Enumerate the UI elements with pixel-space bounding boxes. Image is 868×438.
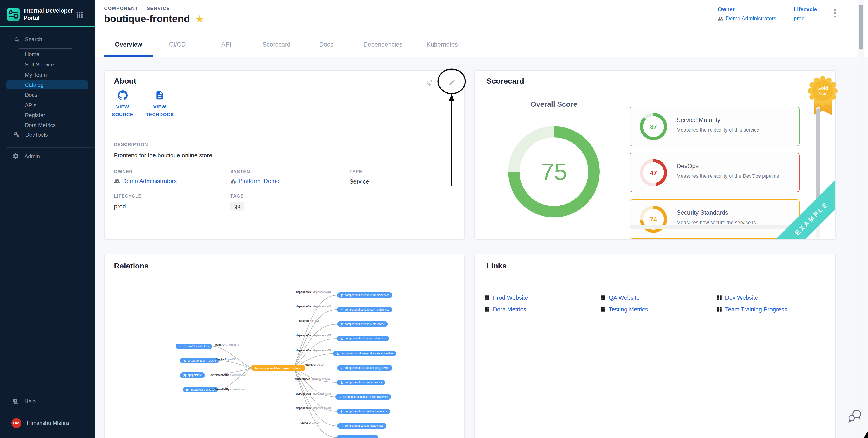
refresh-icon[interactable]	[425, 78, 434, 86]
gear-icon	[12, 153, 19, 160]
component-icon	[340, 366, 343, 370]
avatar: HM	[11, 418, 21, 428]
sidebar-divider	[6, 147, 95, 148]
edit-pencil-icon[interactable]	[448, 78, 456, 86]
graph-node[interactable]: component:boutique-productcatalogservice	[333, 351, 396, 356]
edge-label: hasPart / partOf	[299, 319, 319, 322]
edge-label: dependsOn / dependencyOf	[296, 291, 331, 293]
sidebar-item-apis[interactable]: APIs	[25, 101, 36, 109]
component-icon	[339, 395, 342, 399]
graph-node-owner[interactable]: Demo Administrators	[176, 343, 212, 349]
overall-score-donut: 75	[508, 126, 600, 217]
help-chat-icon: ?	[13, 398, 19, 405]
component-icon	[340, 410, 343, 413]
sidebar-item-self-service[interactable]: Self Service	[25, 61, 54, 69]
more-options-icon[interactable]	[832, 8, 838, 18]
sidebar-item-dora-metrics[interactable]: Dora Metrics	[25, 121, 56, 129]
relations-card: Relations Demo Administrators system:	[104, 254, 465, 438]
favorite-star-icon[interactable]	[195, 14, 204, 24]
scorecard-hscrollbar[interactable]	[629, 225, 815, 229]
score-item-devops[interactable]: 47 DevOps Measures the reliability of th…	[629, 153, 800, 192]
graph-node[interactable]: component:boutique-cartservice	[337, 423, 387, 429]
description-value: Frontend for the boutique online store	[114, 152, 212, 159]
link-qa-website[interactable]: QA Website	[600, 294, 640, 301]
tab-kubernetes[interactable]: Kubernetes	[427, 41, 458, 48]
sidebar-item-my-team[interactable]: My Team	[25, 71, 47, 79]
graph-node[interactable]: component:boutique-paymentservice	[337, 307, 393, 312]
help-label: Help	[25, 398, 35, 405]
score-donut: 87	[640, 113, 667, 140]
chat-bubbles-icon[interactable]	[847, 408, 863, 424]
breadcrumb: COMPONENT — SERVICE	[104, 5, 170, 11]
description-label: DESCRIPTION	[114, 142, 148, 147]
tab-overview[interactable]: Overview	[115, 41, 142, 48]
tab-scorecard[interactable]: Scorecard	[262, 41, 290, 48]
graph-node[interactable]: component:boutique-currencyservice	[337, 293, 393, 298]
tags-field-label: TAGS	[230, 194, 244, 198]
svg-text:Tier: Tier	[818, 91, 827, 96]
system-icon	[183, 359, 186, 362]
about-card: About VIEW SOURCE VIEW TECHDOCS DESCRIPT…	[104, 70, 465, 240]
dashboard-icon	[716, 295, 722, 301]
component-icon	[340, 337, 343, 340]
view-source-link[interactable]: VIEW SOURCE	[107, 91, 138, 119]
owner-field-label: OWNER	[114, 169, 133, 174]
owner-link[interactable]: Demo Administrators	[718, 15, 776, 22]
view-techdocs-link[interactable]: VIEW TECHDOCS	[142, 91, 178, 119]
graph-node[interactable]: component:boutique-emailservice	[337, 336, 389, 341]
link-dora-metrics[interactable]: Dora Metrics	[484, 306, 526, 313]
sidebar-item-devtools[interactable]: DevTools	[13, 132, 48, 138]
app-logo-icon[interactable]	[7, 8, 20, 21]
sidebar-item-home[interactable]: Home	[25, 50, 39, 58]
component-icon	[255, 366, 258, 370]
graph-node[interactable]: component:boutique-loadgenerator	[337, 409, 390, 414]
score-donut: 74	[640, 206, 667, 233]
tag-chip[interactable]: go	[230, 202, 244, 211]
score-item-security-standards[interactable]: 74 Security Standards Measures how secur…	[629, 199, 800, 239]
sidebar-item-docs[interactable]: Docs	[25, 91, 37, 99]
graph-node-partial[interactable]	[337, 435, 378, 438]
people-icon	[718, 15, 724, 22]
link-team-training[interactable]: Team Training Progress	[716, 306, 787, 313]
graph-node[interactable]: component:boutique-shippingservice	[337, 365, 392, 371]
sidebar-accent-divider	[0, 26, 95, 27]
link-dev-website[interactable]: Dev Website	[716, 294, 758, 301]
link-testing-metrics[interactable]: Testing Metrics	[600, 306, 648, 313]
tab-dependencies[interactable]: Dependencies	[363, 41, 403, 48]
sidebar-divider	[19, 131, 71, 131]
apps-grid-icon[interactable]	[76, 11, 83, 19]
graph-node-api-petstore[interactable]: api:petstore	[180, 372, 205, 378]
people-icon	[114, 178, 120, 184]
sidebar-item-register[interactable]: Register	[25, 111, 45, 119]
graph-node[interactable]: component:boutique-checkoutservice	[335, 394, 391, 400]
graph-node[interactable]: component:boutique-adservice	[337, 380, 385, 385]
edge-label: hasPart / partOf	[305, 363, 324, 366]
page-scrollbar-track	[858, 0, 864, 438]
page-scrollbar-thumb[interactable]	[859, 4, 863, 50]
github-icon	[118, 91, 128, 100]
sidebar-item-admin[interactable]: Admin	[12, 153, 40, 160]
tab-api[interactable]: API	[221, 41, 231, 48]
scorecard-scrollbar-thumb[interactable]	[816, 108, 820, 206]
score-item-service-maturity[interactable]: 87 Service Maturity Measures the reliabi…	[629, 107, 800, 146]
sidebar-item-catalog[interactable]: Catalog	[6, 80, 88, 90]
sidebar-user[interactable]: HM Himanshu Mishra	[11, 418, 69, 428]
puzzle-icon	[186, 388, 189, 391]
about-title: About	[114, 77, 136, 86]
edge-label: dependsOn / dependencyOf	[296, 392, 331, 395]
link-prod-website[interactable]: Prod Website	[484, 294, 528, 301]
tab-docs[interactable]: Docs	[319, 41, 333, 48]
system-field-label: SYSTEM	[230, 169, 250, 174]
owner-field-value[interactable]: Demo Administrators	[114, 178, 177, 184]
admin-label: Admin	[25, 153, 40, 159]
score-description: Measures the reliability of this service	[677, 127, 760, 132]
people-icon	[179, 345, 182, 348]
graph-node-center[interactable]: component:boutique-frontend	[251, 365, 305, 371]
owner-value: Demo Administrators	[726, 15, 776, 22]
tab-cicd[interactable]: CI/CD	[169, 41, 186, 48]
graph-node-system[interactable]: system:Platform_Demo	[180, 358, 219, 363]
system-field-value[interactable]: Platform_Demo	[230, 178, 279, 184]
graph-node[interactable]: component:boutique-redisservice	[337, 322, 388, 327]
sidebar-item-help[interactable]: ? Help	[13, 398, 35, 405]
sidebar-search[interactable]: Search	[14, 36, 42, 42]
